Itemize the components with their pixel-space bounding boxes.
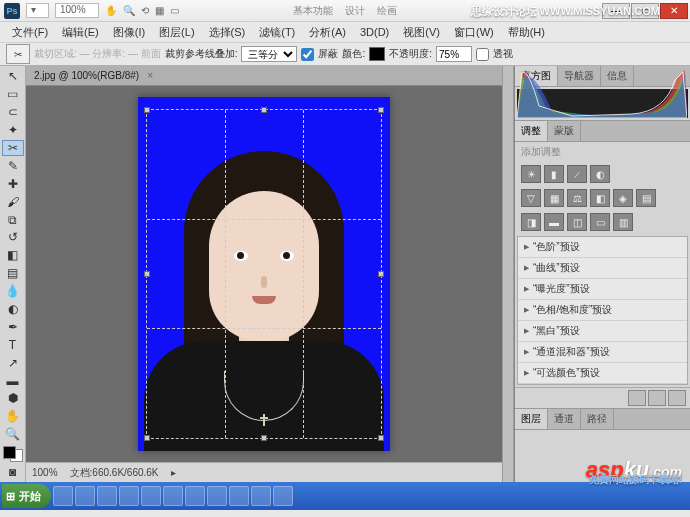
preset-item[interactable]: “色阶”预设 <box>518 237 687 258</box>
opacity-input[interactable] <box>436 46 472 62</box>
gradient-tool[interactable]: ▤ <box>2 265 24 282</box>
shield-color-swatch[interactable] <box>369 47 385 61</box>
preset-item[interactable]: “曝光度”预设 <box>518 279 687 300</box>
menu-window[interactable]: 窗口(W) <box>448 23 500 42</box>
view-icon-zoom[interactable]: 🔍 <box>123 5 135 16</box>
status-arrow-icon[interactable]: ▸ <box>171 467 176 478</box>
menu-3d[interactable]: 3D(D) <box>354 24 395 40</box>
3d-tool[interactable]: ⬢ <box>2 390 24 407</box>
crop-handle[interactable] <box>144 271 150 277</box>
taskbar-item[interactable] <box>185 486 205 506</box>
menu-help[interactable]: 帮助(H) <box>502 23 551 42</box>
path-tool[interactable]: ↗ <box>2 354 24 371</box>
start-button[interactable]: ⊞ 开始 <box>2 484 51 508</box>
taskbar-item[interactable] <box>251 486 271 506</box>
preset-item[interactable]: “黑白”预设 <box>518 321 687 342</box>
adj-vibrance-icon[interactable]: ▽ <box>521 189 541 207</box>
type-tool[interactable]: T <box>2 336 24 353</box>
adj-mixer-icon[interactable]: ▤ <box>636 189 656 207</box>
shield-checkbox[interactable] <box>301 48 314 61</box>
menu-image[interactable]: 图像(I) <box>107 23 151 42</box>
adj-colorbal-icon[interactable]: ⚖ <box>567 189 587 207</box>
document-tab[interactable]: 2.jpg @ 100%(RGB/8#) × <box>26 66 502 86</box>
zoom-tool[interactable]: 🔍 <box>2 426 24 443</box>
crop-handle[interactable] <box>261 107 267 113</box>
view-icon-arrange[interactable]: ▦ <box>155 5 164 16</box>
crop-tool-icon[interactable]: ✂ <box>6 44 30 64</box>
preset-item[interactable]: “通道混和器”预设 <box>518 342 687 363</box>
adj-exposure-icon[interactable]: ◐ <box>590 165 610 183</box>
panel-btn[interactable] <box>648 390 666 406</box>
zoom-dropdown[interactable]: 100% <box>55 3 99 18</box>
panel-btn[interactable] <box>628 390 646 406</box>
crop-handle[interactable] <box>144 435 150 441</box>
taskbar-item[interactable] <box>119 486 139 506</box>
minimize-button[interactable]: — <box>602 3 630 19</box>
fg-bg-colors[interactable] <box>3 446 23 463</box>
lasso-tool[interactable]: ⊂ <box>2 104 24 121</box>
taskbar-item[interactable] <box>75 486 95 506</box>
tab-paths[interactable]: 路径 <box>581 409 614 429</box>
maximize-button[interactable]: ▭ <box>631 3 659 19</box>
workspace-tab[interactable]: 设计 <box>345 4 365 18</box>
adj-invert-icon[interactable]: ◨ <box>521 213 541 231</box>
close-button[interactable]: ✕ <box>660 3 688 19</box>
adj-brightness-icon[interactable]: ☀ <box>521 165 541 183</box>
view-icon-screen[interactable]: ▭ <box>170 5 179 16</box>
crop-tool[interactable]: ✂ <box>2 140 24 157</box>
adj-photo-icon[interactable]: ◈ <box>613 189 633 207</box>
taskbar-item[interactable] <box>273 486 293 506</box>
preset-item[interactable]: “可选颜色”预设 <box>518 363 687 384</box>
crop-overlay[interactable] <box>146 109 382 439</box>
shape-tool[interactable]: ▬ <box>2 372 24 389</box>
view-icon-rotate[interactable]: ⟲ <box>141 5 149 16</box>
preset-item[interactable]: “色相/饱和度”预设 <box>518 300 687 321</box>
tab-adjustments[interactable]: 调整 <box>515 121 548 141</box>
canvas-viewport[interactable] <box>26 86 502 462</box>
taskbar-item[interactable] <box>229 486 249 506</box>
menu-file[interactable]: 文件(F) <box>6 23 54 42</box>
menu-edit[interactable]: 编辑(E) <box>56 23 105 42</box>
hand-tool[interactable]: ✋ <box>2 408 24 425</box>
blur-tool[interactable]: 💧 <box>2 283 24 300</box>
dodge-tool[interactable]: ◐ <box>2 301 24 318</box>
eraser-tool[interactable]: ◧ <box>2 247 24 264</box>
tool-preset-dropdown[interactable]: ▾ <box>26 3 49 18</box>
marquee-tool[interactable]: ▭ <box>2 86 24 103</box>
taskbar-item[interactable] <box>207 486 227 506</box>
tab-masks[interactable]: 蒙版 <box>548 121 581 141</box>
taskbar-item[interactable] <box>141 486 161 506</box>
panel-collapse-bar[interactable] <box>502 66 514 482</box>
taskbar-item[interactable] <box>53 486 73 506</box>
eyedropper-tool[interactable]: ✎ <box>2 157 24 174</box>
adj-bw-icon[interactable]: ◧ <box>590 189 610 207</box>
crop-handle[interactable] <box>378 435 384 441</box>
overlay-select[interactable]: 三等分 <box>241 46 297 62</box>
adj-poster-icon[interactable]: ▬ <box>544 213 564 231</box>
crop-handle[interactable] <box>261 435 267 441</box>
menu-select[interactable]: 选择(S) <box>203 23 252 42</box>
menu-filter[interactable]: 滤镜(T) <box>253 23 301 42</box>
adj-curves-icon[interactable]: ⟋ <box>567 165 587 183</box>
preset-item[interactable]: “曲线”预设 <box>518 258 687 279</box>
taskbar-item[interactable] <box>97 486 117 506</box>
workspace-tab[interactable]: 绘画 <box>377 4 397 18</box>
history-brush-tool[interactable]: ↺ <box>2 229 24 246</box>
pen-tool[interactable]: ✒ <box>2 318 24 335</box>
adj-gradmap-icon[interactable]: ▭ <box>590 213 610 231</box>
adj-levels-icon[interactable]: ▮ <box>544 165 564 183</box>
crop-handle[interactable] <box>378 271 384 277</box>
workspace-tab[interactable]: 基本功能 <box>293 4 333 18</box>
brush-tool[interactable]: 🖌 <box>2 193 24 210</box>
wand-tool[interactable]: ✦ <box>2 122 24 139</box>
adj-hue-icon[interactable]: ▦ <box>544 189 564 207</box>
tab-layers[interactable]: 图层 <box>515 409 548 429</box>
quickmask-tool[interactable]: ◙ <box>2 463 24 480</box>
stamp-tool[interactable]: ⧉ <box>2 211 24 228</box>
tab-close-icon[interactable]: × <box>147 70 153 81</box>
layers-panel-body[interactable] <box>517 432 688 480</box>
taskbar-item[interactable] <box>163 486 183 506</box>
menu-view[interactable]: 视图(V) <box>397 23 446 42</box>
adj-thresh-icon[interactable]: ◫ <box>567 213 587 231</box>
perspective-checkbox[interactable] <box>476 48 489 61</box>
